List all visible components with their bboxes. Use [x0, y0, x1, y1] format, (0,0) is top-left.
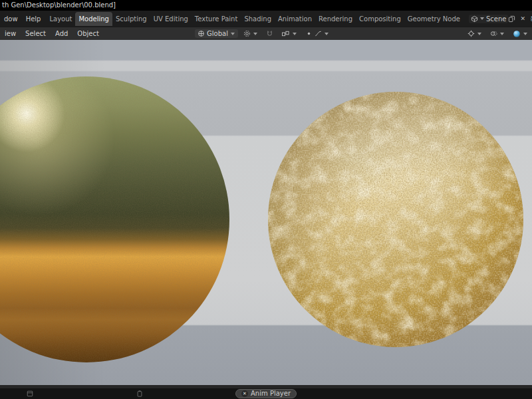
clipboard-icon[interactable] [136, 390, 143, 398]
viewport-header: iew Select Add Object Global [0, 27, 532, 40]
chevron-down-icon [480, 17, 484, 20]
menu-add[interactable]: Add [51, 29, 72, 39]
proportional-editing-dropdown[interactable] [303, 29, 332, 38]
transform-orientation-dropdown[interactable]: Global [195, 29, 238, 38]
glossy-gold-sphere[interactable] [0, 76, 229, 362]
menu-help[interactable]: Help [22, 13, 45, 25]
tab-uv-editing[interactable]: UV Editing [150, 12, 192, 26]
chevron-down-icon [253, 33, 257, 35]
scene-name: Scene [486, 15, 507, 23]
topbar: dow Help Layout Modeling Sculpting UV Ed… [0, 11, 532, 27]
window-titlebar[interactable]: th Gen\Desktop\blender\00.blend] [0, 0, 532, 11]
menu-window[interactable]: dow [0, 13, 22, 25]
tab-modeling[interactable]: Modeling [75, 12, 112, 26]
snap-increment-icon [281, 30, 290, 37]
workspace-tabs: Layout Modeling Sculpting UV Editing Tex… [46, 11, 463, 27]
tab-layout[interactable]: Layout [46, 12, 75, 26]
show-gizmo-dropdown[interactable] [465, 29, 485, 38]
rough-texture-overlay [268, 92, 523, 347]
tab-shading[interactable]: Shading [241, 12, 275, 26]
pivot-point-dropdown[interactable] [241, 29, 261, 38]
gizmo-icon [467, 30, 475, 37]
statusbar: ✕ Anim Player [0, 388, 532, 399]
window-title: th Gen\Desktop\blender\00.blend] [2, 1, 116, 9]
blender-window: th Gen\Desktop\blender\00.blend] dow Hel… [0, 0, 532, 399]
render-grain-overlay [0, 76, 229, 362]
tab-compositing[interactable]: Compositing [356, 12, 404, 26]
tab-geometry-nodes[interactable]: Geometry Node [404, 12, 464, 26]
topbar-right-icons: ✕ [508, 15, 532, 23]
snap-toggle[interactable] [263, 29, 276, 38]
menu-view[interactable]: iew [0, 29, 21, 39]
rough-gold-sphere[interactable] [268, 92, 523, 347]
3d-viewport[interactable] [0, 40, 532, 385]
stop-player-icon[interactable]: ✕ [241, 390, 248, 397]
delete-scene-icon[interactable]: ✕ [520, 15, 525, 22]
scene-icon [471, 15, 478, 23]
tab-sculpting[interactable]: Sculpting [112, 12, 150, 26]
chevron-down-icon [325, 33, 329, 35]
viewport-shading-dropdown[interactable] [510, 29, 531, 39]
anim-player-indicator[interactable]: ✕ Anim Player [235, 389, 297, 398]
tab-texture-paint[interactable]: Texture Paint [192, 12, 241, 26]
new-scene-icon[interactable] [508, 15, 515, 23]
chevron-down-icon [523, 33, 527, 35]
anim-player-label: Anim Player [251, 390, 291, 398]
chevron-down-icon [500, 33, 504, 35]
falloff-curve-icon [315, 30, 322, 37]
editor-menu-icon[interactable] [27, 390, 33, 398]
snap-target-dropdown[interactable] [279, 29, 300, 38]
pivot-link-icon [243, 30, 251, 37]
menu-select[interactable]: Select [21, 29, 51, 39]
show-overlays-dropdown[interactable] [487, 29, 507, 38]
material-preview-sphere-icon [513, 30, 521, 38]
orientation-value: Global [207, 30, 228, 37]
chevron-down-icon [293, 33, 297, 35]
overlays-icon [490, 30, 497, 37]
orientation-globe-icon [198, 30, 205, 37]
tab-animation[interactable]: Animation [275, 12, 315, 26]
menu-object[interactable]: Object [72, 29, 104, 39]
proportional-edit-icon [305, 30, 313, 37]
scene-selector[interactable]: Scene [469, 15, 509, 23]
tab-rendering[interactable]: Rendering [315, 12, 356, 26]
magnet-icon [266, 30, 273, 37]
chevron-down-icon [231, 33, 235, 35]
chevron-down-icon [477, 33, 481, 35]
